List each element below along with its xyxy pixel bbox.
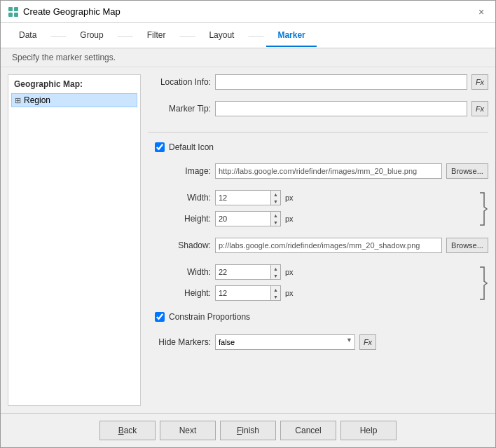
hide-markers-fx-button[interactable]: Fx: [359, 334, 376, 350]
location-info-row: Location Info: Fx: [148, 74, 488, 90]
shadow-width-input[interactable]: [215, 264, 271, 280]
next-label: Next: [179, 426, 197, 435]
close-button[interactable]: ×: [474, 5, 488, 19]
finish-label: Finish: [237, 426, 259, 435]
svg-rect-0: [8, 7, 13, 11]
svg-rect-2: [8, 13, 13, 17]
app-icon: [8, 6, 19, 18]
left-panel: Geographic Map: ⊞ Region: [8, 74, 141, 406]
svg-rect-3: [14, 13, 18, 17]
shadow-width-spinner: ▲ ▼: [215, 264, 281, 280]
image-height-down[interactable]: ▼: [271, 219, 280, 226]
shadow-width-down[interactable]: ▼: [271, 272, 280, 279]
tab-group[interactable]: Group: [69, 25, 114, 47]
shadow-height-input[interactable]: [215, 285, 271, 301]
tab-data[interactable]: Data: [8, 25, 48, 47]
hide-markers-select-wrapper: false true: [215, 334, 355, 350]
back-label: Back: [118, 426, 137, 435]
tab-sep-2: ——: [115, 32, 136, 40]
finish-button[interactable]: Finish: [220, 421, 276, 440]
marker-tip-fx-button[interactable]: Fx: [471, 101, 488, 116]
image-width-px: px: [285, 194, 298, 202]
shadow-width-px: px: [285, 268, 298, 276]
marker-tip-label: Marker Tip:: [148, 104, 211, 114]
tab-marker[interactable]: Marker: [266, 25, 316, 47]
image-height-arrows: ▲ ▼: [271, 211, 281, 226]
help-label: Help: [360, 426, 378, 435]
svg-rect-1: [14, 7, 18, 11]
image-height-spinner: ▲ ▼: [215, 211, 281, 226]
image-width-down[interactable]: ▼: [271, 198, 280, 205]
shadow-dimensions-group: Width: ▲ ▼ px Height:: [148, 264, 488, 306]
shadow-browse-button[interactable]: Browse...: [446, 238, 488, 253]
section-divider-1: [148, 132, 488, 133]
image-height-input[interactable]: [215, 211, 271, 226]
tree-expand-icon: ⊞: [15, 96, 21, 105]
shadow-height-arrows: ▲ ▼: [271, 285, 281, 301]
image-row: Image: Browse...: [148, 163, 488, 179]
image-width-row: Width: ▲ ▼ px: [148, 190, 474, 205]
shadow-input[interactable]: [215, 238, 442, 253]
marker-tip-input[interactable]: [215, 101, 467, 116]
location-info-label: Location Info:: [148, 77, 211, 87]
shadow-label: Shadow:: [148, 240, 211, 250]
hide-markers-select[interactable]: false true: [215, 334, 355, 350]
image-dimensions-group: Width: ▲ ▼ px Height:: [148, 190, 488, 232]
shadow-link-brace: [478, 266, 488, 301]
shadow-width-row: Width: ▲ ▼ px: [148, 264, 474, 280]
right-panel: Location Info: Fx Marker Tip: Fx Default…: [148, 74, 488, 406]
constrain-label: Constrain Proportions: [169, 312, 250, 322]
image-height-px: px: [285, 215, 298, 223]
geographic-map-label: Geographic Map:: [11, 78, 137, 90]
shadow-height-up[interactable]: ▲: [271, 286, 280, 293]
back-button[interactable]: Back: [99, 421, 156, 440]
hide-markers-label: Hide Markers:: [148, 337, 211, 347]
tree-item-label: Region: [24, 95, 50, 105]
image-brace-icon: [478, 191, 488, 226]
shadow-row: Shadow: Browse...: [148, 238, 488, 253]
constrain-row: Constrain Proportions: [148, 312, 488, 322]
dialog: Create Geographic Map × Data —— Group ——…: [0, 0, 496, 448]
image-width-spinner: ▲ ▼: [215, 190, 281, 205]
marker-tip-row: Marker Tip: Fx: [148, 101, 488, 116]
tree-item-region[interactable]: ⊞ Region: [11, 93, 137, 107]
shadow-brace-icon: [478, 266, 488, 301]
shadow-height-spinner: ▲ ▼: [215, 285, 281, 301]
default-icon-label: Default Icon: [169, 142, 214, 152]
hide-markers-row: Hide Markers: false true Fx: [148, 334, 488, 350]
image-height-up[interactable]: ▲: [271, 212, 280, 219]
bottom-bar: Back Next Finish Cancel Help: [1, 413, 495, 447]
tab-filter[interactable]: Filter: [136, 25, 177, 47]
help-button[interactable]: Help: [340, 421, 397, 440]
image-height-row: Height: ▲ ▼ px: [148, 211, 474, 226]
shadow-width-up[interactable]: ▲: [271, 265, 280, 272]
image-width-label: Width:: [148, 193, 211, 203]
shadow-width-label: Width:: [148, 267, 211, 277]
tab-sep-3: ——: [177, 32, 198, 40]
shadow-height-px: px: [285, 289, 298, 297]
shadow-height-row: Height: ▲ ▼ px: [148, 285, 474, 301]
tab-layout[interactable]: Layout: [198, 25, 245, 47]
shadow-height-down[interactable]: ▼: [271, 293, 280, 300]
image-width-arrows: ▲ ▼: [271, 190, 281, 205]
default-icon-checkbox[interactable]: [155, 142, 165, 152]
next-button[interactable]: Next: [160, 421, 216, 440]
dialog-title: Create Geographic Map: [23, 6, 120, 17]
image-link-brace: [478, 191, 488, 226]
cancel-button[interactable]: Cancel: [280, 421, 336, 440]
shadow-width-arrows: ▲ ▼: [271, 264, 281, 280]
constrain-checkbox[interactable]: [155, 312, 165, 322]
location-info-input[interactable]: [215, 74, 467, 90]
image-input[interactable]: [215, 163, 442, 179]
location-info-fx-button[interactable]: Fx: [471, 74, 488, 90]
cancel-label: Cancel: [295, 426, 321, 435]
shadow-height-label: Height:: [148, 288, 211, 298]
image-width-input[interactable]: [215, 190, 271, 205]
tab-sep-1: ——: [48, 32, 69, 40]
subtitle: Specify the marker settings.: [1, 48, 495, 67]
tabs-row: Data —— Group —— Filter —— Layout —— Mar…: [1, 23, 495, 48]
tab-sep-4: ——: [245, 32, 266, 40]
image-browse-button[interactable]: Browse...: [446, 163, 488, 179]
content-area: Geographic Map: ⊞ Region Location Info: …: [1, 67, 495, 413]
image-width-up[interactable]: ▲: [271, 191, 280, 198]
